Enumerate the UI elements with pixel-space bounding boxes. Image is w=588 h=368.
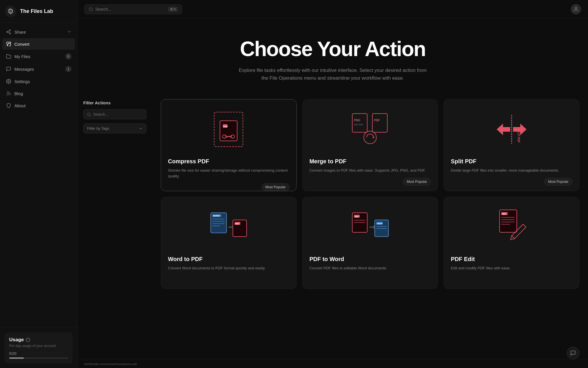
svg-rect-28 — [372, 114, 387, 132]
card-pdf-edit-desc: Edit and modify PDF files with ease. — [451, 265, 572, 277]
sidebar-item-label: Settings — [14, 79, 30, 84]
avatar[interactable] — [571, 4, 581, 14]
usage-bar — [9, 357, 68, 359]
hero-section: Choose Your Action Explore file tasks ef… — [78, 19, 588, 93]
svg-text:PDF: PDF — [502, 213, 506, 215]
sidebar-item-share[interactable]: Share — [2, 26, 75, 38]
popular-badge: Most Popular — [262, 183, 289, 191]
card-pdf-edit[interactable]: PDF PDF Edit Edit and modify PDF files w… — [444, 197, 579, 289]
svg-line-5 — [8, 31, 9, 32]
card-split-pdf[interactable]: SPLIT PDF Split PDF Divide large PDF fil… — [444, 99, 579, 191]
card-merge-pdf-footer: Most Popular — [310, 178, 431, 185]
svg-line-16 — [90, 115, 91, 116]
card-compress-pdf-desc: Shrinks file size for easier sharing/sto… — [168, 168, 289, 179]
hero-subtitle: Explore file tasks effortlessly with our… — [238, 66, 428, 82]
svg-point-1 — [9, 30, 11, 31]
merge-pdf-icon: PNG JPG, PDF PDF — [347, 106, 393, 152]
search-shortcut: ⌘ K — [168, 7, 178, 12]
sidebar-item-about[interactable]: About — [2, 100, 75, 111]
search-icon — [89, 7, 93, 12]
filter-search-input[interactable] — [93, 112, 143, 116]
pdf-edit-icon: PDF — [489, 204, 535, 250]
svg-line-63 — [510, 239, 514, 240]
svg-text:SPLIT PDF: SPLIT PDF — [517, 128, 520, 143]
usage-count: 5/20 — [9, 351, 68, 356]
card-word-to-pdf-desc: Convert Word documents to PDF format qui… — [168, 265, 289, 277]
sidebar-item-label: Share — [14, 30, 26, 34]
merge-pdf-icon-area: PNG JPG, PDF PDF — [310, 106, 431, 152]
svg-rect-25 — [352, 114, 367, 132]
filter-search-icon — [87, 112, 91, 116]
svg-text:PNG: PNG — [354, 119, 360, 122]
svg-point-3 — [9, 33, 11, 34]
pdf-to-word-icon: PDF WORD — [347, 204, 393, 250]
svg-line-4 — [8, 32, 9, 33]
svg-text:WORD: WORD — [377, 223, 383, 225]
sidebar-item-label: My Files — [14, 54, 30, 59]
search-input[interactable] — [95, 7, 166, 12]
status-url: thefileslab.com/convert/compress-pdf — [84, 362, 137, 366]
card-split-pdf-desc: Divide large PDF files into smaller, mor… — [451, 168, 572, 173]
card-pdf-edit-title: PDF Edit — [451, 256, 572, 262]
sidebar-item-label: Blog — [14, 91, 23, 96]
search-box[interactable]: ⌘ K — [84, 4, 182, 14]
card-word-to-pdf-title: Word to PDF — [168, 256, 289, 262]
content-area: Filter Actions Filter by Tags — [78, 93, 588, 360]
svg-line-13 — [92, 10, 92, 11]
card-pdf-to-word-desc: Convert PDF files to editable Word docum… — [310, 265, 431, 277]
filter-tags-label: Filter by Tags — [87, 126, 109, 131]
app-name: The Files Lab — [20, 8, 53, 14]
card-split-pdf-title: Split PDF — [451, 158, 572, 165]
sidebar-item-label: Convert — [14, 42, 30, 47]
svg-line-62 — [510, 236, 512, 240]
popular-badge: Most Popular — [544, 178, 572, 185]
svg-marker-31 — [497, 124, 510, 135]
filter-search-box[interactable] — [83, 109, 146, 119]
folder-icon — [6, 53, 11, 59]
topbar: ⌘ K — [78, 0, 588, 19]
sidebar-item-messages[interactable]: Messages 1 — [2, 63, 75, 75]
svg-text:PDF: PDF — [374, 119, 380, 122]
cards-grid: PDF Compress PDF Shrinks file size for e… — [152, 93, 588, 360]
sidebar-item-label: About — [14, 103, 26, 108]
chat-icon — [570, 350, 576, 356]
rss-icon — [6, 91, 11, 96]
card-word-to-pdf[interactable]: WORD PDF Word to PDF C — [161, 197, 297, 289]
svg-rect-18 — [220, 121, 237, 141]
svg-text:PDF: PDF — [223, 125, 228, 128]
sidebar-item-convert[interactable]: Convert — [2, 38, 75, 50]
main-content: ⌘ K Choose Your Action Explore file task… — [78, 0, 588, 368]
card-pdf-to-word[interactable]: PDF WORD PDF to W — [302, 197, 438, 289]
card-compress-pdf[interactable]: PDF Compress PDF Shrinks file size for e… — [161, 99, 297, 191]
sidebar: The Files Lab Share — [0, 0, 78, 368]
filter-title: Filter Actions — [83, 100, 146, 105]
filter-tags-dropdown[interactable]: Filter by Tags — [83, 123, 146, 133]
card-split-pdf-footer: Most Popular — [451, 178, 572, 185]
compress-pdf-icon: PDF — [206, 106, 252, 152]
popular-badge: Most Popular — [403, 178, 431, 185]
compress-pdf-icon-area: PDF — [168, 106, 289, 152]
messages-badge: 1 — [65, 66, 71, 72]
sidebar-item-blog[interactable]: Blog — [2, 88, 75, 99]
sidebar-item-my-files[interactable]: My Files 5 — [2, 50, 75, 62]
sidebar-item-settings[interactable]: Settings — [2, 76, 75, 87]
usage-subtitle: Per day usage of your account — [9, 344, 68, 348]
app-logo — [5, 5, 17, 17]
user-icon — [573, 6, 579, 12]
usage-card: Usage Per day usage of your account 5/20 — [5, 332, 73, 363]
card-compress-pdf-title: Compress PDF — [168, 158, 289, 165]
split-pdf-icon: SPLIT PDF — [489, 106, 535, 152]
sidebar-header: The Files Lab — [0, 0, 77, 23]
convert-icon — [6, 41, 11, 47]
usage-bar-fill — [9, 357, 24, 359]
word-to-pdf-icon: WORD PDF — [206, 204, 252, 250]
svg-point-30 — [364, 131, 376, 144]
svg-rect-6 — [7, 42, 8, 44]
fab-button[interactable] — [567, 347, 579, 359]
svg-text:WORD: WORD — [213, 215, 219, 217]
status-bar: thefileslab.com/convert/compress-pdf — [78, 360, 588, 368]
card-merge-to-pdf[interactable]: PNG JPG, PDF PDF Merge to PDF Convert im… — [302, 99, 438, 191]
sidebar-item-label: Messages — [14, 67, 34, 72]
pdf-to-word-icon-area: PDF WORD — [310, 204, 431, 250]
pdf-edit-icon-area: PDF — [451, 204, 572, 250]
